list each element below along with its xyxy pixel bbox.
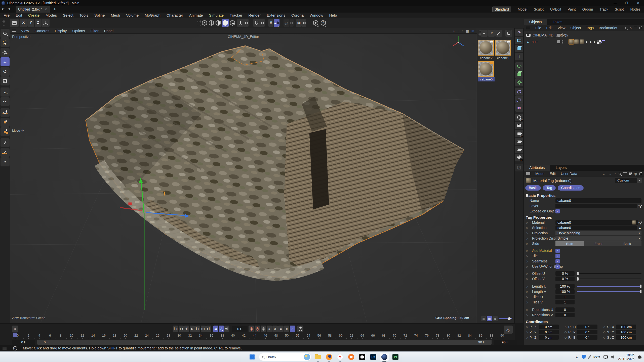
editor-enable-toggle[interactable] [557,40,560,43]
thumbnail-size-slider[interactable] [499,318,512,319]
polygons-mode-button[interactable] [215,19,221,27]
render-settings-button[interactable] [10,19,19,27]
current-frame-field[interactable]: 0 F [232,326,248,332]
length-u-field[interactable]: 100 % [555,284,575,289]
coordinate-system-button[interactable] [42,19,50,27]
sketch-tool-button[interactable]: ≈ [1,157,10,166]
document-tab[interactable]: Untitled_2.fbx * ✕ [16,6,50,13]
range-end-field[interactable]: 90 F [494,340,517,345]
null-object-button[interactable] [515,96,523,104]
blender-button[interactable] [347,353,355,361]
next-frame-button[interactable]: ▍▶ [195,326,200,332]
photoshop-button[interactable]: Ps [369,353,378,361]
line-cut-button[interactable] [1,148,10,157]
subdivision-surface-button[interactable] [515,62,523,70]
workspace-item[interactable]: Script [615,7,624,11]
search-tool-button[interactable] [1,29,10,38]
menu-item[interactable]: Mesh [111,13,120,17]
close-button[interactable]: ✕ [632,0,644,6]
length-u-slider[interactable] [577,286,641,287]
attributes-menu-icon[interactable] [526,172,530,175]
preview-range-icon[interactable]: ▣ [12,326,18,332]
side-option[interactable]: Back [613,241,641,246]
track-icon[interactable]: ◎ [634,172,637,176]
axis-lock-y-button[interactable]: Y [27,19,34,27]
crane-camera-button[interactable]: ▶ [515,146,523,153]
menu-item[interactable]: Extensions [267,13,285,17]
keyframe-diamond-icon[interactable]: ◇ [526,232,530,235]
undo-icon[interactable]: ↶ [0,7,6,12]
pen-settings-icon[interactable] [588,355,591,359]
symmetry-options-icon[interactable] [302,19,306,27]
hut-mesh[interactable] [86,46,464,279]
attributes-menu-edit[interactable]: Edit [549,172,556,176]
snap-enable-button[interactable]: # [274,19,279,27]
weather-widget-icon[interactable] [304,354,310,360]
display-icon[interactable] [603,355,608,358]
filter-icon[interactable] [634,27,637,29]
scale-field[interactable]: 100 cm [616,335,636,340]
autokeying-button[interactable]: A [255,326,260,332]
object-row-editor-camera[interactable]: CINEMA_4D_Editor ◎ [524,32,644,38]
points-mode-button[interactable] [201,19,208,27]
objects-menu-view[interactable]: View [557,26,565,30]
previous-key-button[interactable]: ◆◀ [179,326,184,332]
objects-panel-tab[interactable]: Objects [524,19,547,25]
brush-tool-button[interactable] [1,138,10,147]
keyframe-diamond-icon[interactable]: ◇ [526,295,530,299]
length-v-field[interactable]: 100 % [555,289,575,294]
offset-u-slider[interactable] [577,273,641,274]
file-explorer-button[interactable] [314,353,322,361]
side-option[interactable]: Front [584,241,613,246]
material-item[interactable]: cabane2 [478,40,495,60]
viewport-menu-options[interactable]: Options [72,29,85,33]
workspace-item[interactable]: UVEdit [550,7,561,11]
taskbar-search[interactable]: Поиск [259,353,311,361]
eyedropper-icon[interactable] [640,221,642,224]
seamless-checkbox[interactable]: ✓ [555,259,560,263]
keyframe-diamond-icon[interactable]: ◇ [526,313,530,317]
shading-sphere-icon[interactable]: ◑ [453,29,455,33]
next-key-button[interactable]: ▶◆ [201,326,206,332]
spline-pen-tool-button[interactable]: ↷ [515,29,523,36]
viewport-menu-cameras[interactable]: Cameras [34,29,49,33]
workspace-item[interactable]: Sculpt [534,7,544,11]
scale-field[interactable]: 100 cm [616,325,636,329]
visibility-dots[interactable] [562,40,563,43]
objects-menu-edit[interactable]: Edit [546,26,552,30]
axis-lock-z-button[interactable]: Z [35,19,42,27]
workplane-button[interactable] [237,19,244,27]
maximize-button[interactable]: ❐ [621,0,632,6]
objects-menu-bookmarks[interactable]: Bookmarks [599,26,617,30]
keyframe-diamond-icon[interactable]: ◇ [526,290,530,293]
auto-mode-button[interactable]: A [320,19,326,27]
move-tool-button[interactable]: ↔↕ [1,57,10,66]
menu-item[interactable]: Create [28,13,39,17]
scale-tool-button[interactable] [1,76,10,85]
keyframe-diamond-icon[interactable]: ◇ [526,221,530,224]
selection-tag-icon[interactable]: ▲ [585,40,588,44]
search-icon[interactable] [619,173,621,175]
object-name[interactable]: hutt [532,40,538,44]
popout-icon[interactable] [639,27,642,29]
material-tag-cabane1[interactable] [574,39,579,44]
attribute-section-tab[interactable]: Coordinates [558,185,584,191]
material-thumbnail[interactable] [495,40,511,56]
add-material-button[interactable]: + [481,30,488,37]
parent-up-icon[interactable]: ↑ [614,172,616,176]
material-tag-cabane2[interactable] [580,39,584,44]
minimize-button[interactable]: — [609,0,621,6]
timeline-ruler[interactable]: 0246810121416182022242628303234363840424… [12,333,508,339]
yandex-browser-button[interactable]: Y [336,353,344,361]
assign-material-button[interactable]: ↗ [488,30,495,37]
sound-button[interactable] [224,326,229,332]
text-object-button[interactable]: T [515,53,523,60]
rotation-field[interactable]: 0 ° [577,325,597,329]
menu-item[interactable]: Help [329,13,337,17]
menu-item[interactable]: Spline [94,13,105,17]
key-scale-button[interactable]: ▣ [278,326,284,332]
start-button[interactable] [248,353,256,361]
material-name[interactable]: cabane2 [478,56,495,60]
lock-icon[interactable] [629,173,631,175]
mouse-interaction-button[interactable] [297,326,303,332]
